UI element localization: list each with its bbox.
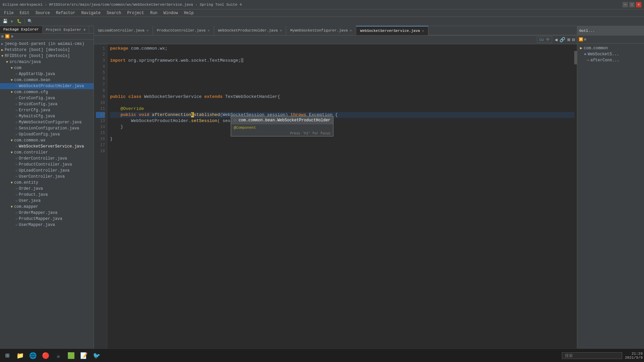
tree-item-20[interactable]: ○ProductController.java [0, 162, 94, 168]
taskbar-app1-button[interactable]: 🔴 [40, 350, 52, 362]
tree-toolbar-icon3[interactable]: ⚙ [11, 34, 13, 39]
tree-item-28[interactable]: ○OrderMapper.java [0, 210, 94, 216]
scrollbar-thumb[interactable] [574, 51, 577, 64]
tab-close-2[interactable]: ✕ [280, 28, 282, 33]
editor-tabs: UpLoadController.java✕ProductController.… [94, 26, 577, 36]
vertical-scrollbar[interactable] [574, 44, 577, 351]
tree-container[interactable]: ▶jeecg-boot-parent (in waimai-cms)▶PetsS… [0, 40, 94, 350]
tab-project-explorer[interactable]: Project Explorer ✕ [43, 26, 90, 33]
editor-tab-3[interactable]: MyWebSocketConfigurer.java✕ [286, 26, 356, 35]
tree-item-15[interactable]: ○UploadConfig.java [0, 131, 94, 137]
tree-item-label: UserController.java [19, 174, 65, 179]
tree-item-10[interactable]: ○DruidConfig.java [0, 101, 94, 107]
editor-tool1[interactable]: ◀ [554, 36, 558, 43]
taskbar-browser-button[interactable]: 🌐 [27, 350, 39, 362]
tree-item-29[interactable]: ○ProductMapper.java [0, 216, 94, 222]
tree-item-label: AppStartUp.java [19, 72, 55, 76]
editor-tool2[interactable]: 🔗 [559, 36, 566, 43]
menu-item-run[interactable]: Run [148, 10, 160, 16]
taskbar-eclipse-button[interactable]: ☕ [52, 350, 64, 362]
taskbar-app3-button[interactable]: 📝 [78, 350, 90, 362]
menu-item-project[interactable]: Project [124, 10, 147, 16]
toolbar-icon-debug[interactable]: 🐛 [15, 18, 23, 24]
tree-item-6[interactable]: ▼com.common.bean [0, 77, 94, 83]
toolbar-search-icon[interactable]: 🔍 [26, 18, 34, 24]
tree-item-12[interactable]: ○MybaitsCfg.java [0, 113, 94, 119]
tree-item-30[interactable]: ○UserMapper.java [0, 222, 94, 228]
tree-toolbar-icon1[interactable]: ⊞ [1, 34, 4, 39]
tree-item-19[interactable]: ○OrderController.java [0, 156, 94, 162]
tree-item-3[interactable]: ▼src/main/java [0, 59, 94, 65]
menu-item-refactor[interactable]: Refactor [53, 10, 78, 16]
close-button[interactable]: ✕ [636, 2, 641, 7]
tab-label-4: WebSocketServerService.java [360, 29, 420, 33]
menu-item-search[interactable]: Search [104, 10, 124, 16]
tree-item-16[interactable]: ▼com.common.wx [0, 137, 94, 143]
tree-item-21[interactable]: ○UpLoadController.java [0, 168, 94, 174]
code-content[interactable]: package com.common.wx; import org.spring… [107, 44, 577, 351]
editor-tool4[interactable]: ⊟ [572, 36, 576, 43]
menu-item-file[interactable]: File [1, 10, 16, 16]
editor-cu-icon[interactable]: CU 中 [537, 37, 552, 43]
tree-item-4[interactable]: ▼com [0, 65, 94, 71]
tab-close-0[interactable]: ✕ [147, 28, 149, 33]
tree-expand-icon: ○ [15, 103, 17, 106]
tree-item-2[interactable]: ▼RFIDStore [boot] [devtools] [0, 53, 94, 59]
taskbar-start-button[interactable]: ⊞ [1, 350, 13, 362]
taskbar-app2-button[interactable]: 🟩 [65, 350, 77, 362]
tree-expand-icon: ○ [15, 84, 17, 88]
title-bar: Eclipse-Workspace1 - RFIDStore/src/main/… [0, 0, 644, 9]
tree-item-5[interactable]: ○AppStartUp.java [0, 71, 94, 77]
tree-item-24[interactable]: ○Order.java [0, 186, 94, 192]
tree-item-label: RFIDStore [boot] [devtools] [5, 54, 70, 58]
taskbar-search-input[interactable] [562, 352, 622, 359]
tree-item-25[interactable]: ○Product.java [0, 192, 94, 198]
outline-toolbar-btn1[interactable]: 🔽 [579, 37, 583, 42]
toolbar-icon-run[interactable]: ▶ [10, 18, 15, 24]
outline-item-package[interactable]: ▶ com.common [579, 45, 643, 51]
toolbar-icon-save[interactable]: 💾 [1, 18, 9, 24]
outline-item-class[interactable]: ● WebSocketS... [579, 51, 643, 57]
editor-tab-1[interactable]: ProductController.java✕ [153, 26, 214, 35]
tree-item-17[interactable]: ○WebSocketServerService.java [0, 143, 94, 149]
title-text: Eclipse-Workspace1 - RFIDStore/src/main/… [3, 3, 242, 7]
tree-item-9[interactable]: ○CorsConfig.java [0, 95, 94, 101]
tree-item-1[interactable]: ▶PetsStore [boot] [devtools] [0, 47, 94, 53]
editor-tab-2[interactable]: WebSocketProductHolder.java✕ [214, 26, 286, 35]
autocomplete-popup[interactable]: ○ com.common.bean.WebSocketProductHolder… [231, 116, 333, 136]
code-editor[interactable]: 12345 678910 1112131415 161718 package c… [94, 44, 577, 351]
tab-close-4[interactable]: ✕ [422, 29, 424, 33]
menu-item-source[interactable]: Source [33, 10, 53, 16]
outline-folder-icon: ▶ [580, 46, 582, 51]
menu-item-navigate[interactable]: Navigate [78, 10, 103, 16]
menu-item-edit[interactable]: Edit [17, 10, 32, 16]
tree-item-27[interactable]: ▼com.mapper [0, 204, 94, 210]
taskbar-explorer-button[interactable]: 📁 [14, 350, 26, 362]
outline-item-method[interactable]: → afterConn... [579, 57, 643, 63]
tree-item-26[interactable]: ○User.java [0, 198, 94, 204]
tab-package-explorer[interactable]: Package Explorer [0, 26, 43, 33]
taskbar-twitter-button[interactable]: 🐦 [91, 350, 103, 362]
tree-expand-icon: ○ [15, 127, 17, 130]
tree-item-13[interactable]: ○MyWebSocketConfigurer.java [0, 119, 94, 125]
tree-toolbar-icon2[interactable]: 🔽 [5, 34, 10, 39]
tree-item-0[interactable]: ▶jeecg-boot-parent (in waimai-cms) [0, 41, 94, 47]
tree-item-23[interactable]: ▼com.entity [0, 180, 94, 186]
tab-close-1[interactable]: ✕ [208, 28, 210, 33]
tree-item-18[interactable]: ▼com.controller [0, 149, 94, 156]
tree-item-11[interactable]: ○ErrorCfg.java [0, 107, 94, 113]
tree-item-14[interactable]: ○SessionConfiguration.java [0, 125, 94, 131]
tree-expand-icon: ▶ [1, 48, 3, 52]
tree-item-7[interactable]: ○WebSocketProductHolder.java [0, 83, 94, 89]
editor-tab-0[interactable]: UpLoadController.java✕ [94, 26, 153, 35]
menu-item-window[interactable]: Window [161, 10, 180, 16]
maximize-button[interactable]: □ [629, 2, 635, 7]
outline-toolbar-btn2[interactable]: ⚙ [584, 37, 586, 42]
tree-item-8[interactable]: ▼com.common.cfg [0, 89, 94, 95]
editor-tab-4[interactable]: WebSocketServerService.java✕ [356, 26, 428, 35]
menu-item-help[interactable]: Help [181, 10, 197, 16]
tab-close-3[interactable]: ✕ [350, 28, 352, 33]
minimize-button[interactable]: ─ [623, 2, 628, 7]
editor-tool3[interactable]: ⊞ [567, 36, 571, 43]
tree-item-22[interactable]: ○UserController.java [0, 174, 94, 180]
